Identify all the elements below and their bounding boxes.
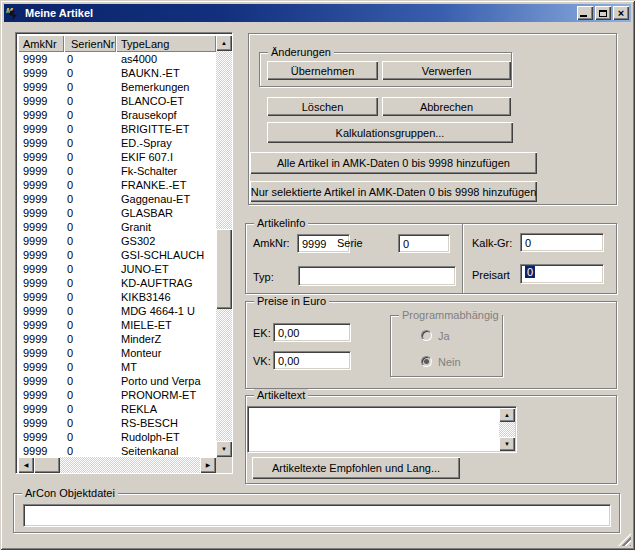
kalkgr-label: Kalk-Gr: [472,237,512,249]
table-cell: JUNO-ET [116,262,216,276]
window-title: Meine Artikel [25,7,577,19]
table-row[interactable]: 99990Porto und Verpa [18,374,216,388]
selected-text: 0 [525,266,535,278]
scroll-right-button[interactable]: ▶ [200,457,216,473]
scrollbar-thumb[interactable] [34,457,60,473]
ek-label: EK: [253,327,271,339]
table-cell: BRIGITTE-ET [116,122,216,136]
list-vertical-scrollbar[interactable]: ▲ ▼ [216,35,232,457]
arcon-objektdatei-field[interactable] [23,504,611,527]
minimize-button[interactable] [577,6,593,20]
table-cell: Porto und Verpa [116,374,216,388]
scroll-down-button[interactable]: ▼ [499,437,515,451]
table-row[interactable]: 99990Gaggenau-ET [18,192,216,206]
scrollbar-thumb[interactable] [216,229,232,309]
typ-field[interactable] [298,266,456,286]
table-cell: 0 [64,52,116,66]
column-header-amknr[interactable]: AmkNr [18,35,64,52]
loeschen-button[interactable]: Löschen [267,97,378,116]
table-cell: as4000 [116,52,216,66]
app-icon[interactable]: M [6,6,21,21]
table-row[interactable]: 99990Fk-Schalter [18,164,216,178]
table-cell: Rudolph-ET [116,430,216,444]
table-cell: 0 [64,220,116,234]
article-listview[interactable]: AmkNr SerienNr TypeLang 99990as400099990… [15,32,233,474]
table-row[interactable]: 99990JUNO-ET [18,262,216,276]
table-cell: 0 [64,402,116,416]
minimize-icon [580,15,587,17]
table-row[interactable]: 99990MDG 4664-1 U [18,304,216,318]
table-row[interactable]: 99990as4000 [18,52,216,66]
table-row[interactable]: 99990RS-BESCH [18,416,216,430]
textbox-vertical-scrollbar[interactable]: ▲ ▼ [499,408,515,451]
table-row[interactable]: 99990MT [18,360,216,374]
scroll-up-button[interactable]: ▲ [499,408,515,422]
uebernehmen-button[interactable]: Übernehmen [267,61,378,80]
kalkgr-field[interactable] [520,233,604,252]
table-row[interactable]: 99990MIELE-ET [18,318,216,332]
table-row[interactable]: 99990Granit [18,220,216,234]
table-cell: 9999 [18,178,64,192]
table-row[interactable]: 99990Bemerkungen [18,80,216,94]
vk-label: VK: [253,355,271,367]
titlebar[interactable]: M Meine Artikel × [4,4,631,22]
table-row[interactable]: 99990FRANKE.-ET [18,178,216,192]
table-cell: FRANKE.-ET [116,178,216,192]
table-row[interactable]: 99990EKIF 607.I [18,150,216,164]
vk-field[interactable] [273,351,351,370]
preisart-label: Preisart [472,269,510,281]
table-cell: 0 [64,416,116,430]
artikeltext-textbox[interactable]: ▲ ▼ [247,406,517,453]
table-row[interactable]: 99990Rudolph-ET [18,430,216,444]
close-button[interactable]: × [613,6,629,20]
preisart-field[interactable]: 0 [520,264,604,284]
table-row[interactable]: 99990BRIGITTE-ET [18,122,216,136]
table-cell: MinderZ [116,332,216,346]
serie-field[interactable] [398,234,450,253]
table-cell: MT [116,360,216,374]
scroll-left-button[interactable]: ◀ [18,457,34,473]
table-cell: 0 [64,164,116,178]
table-row[interactable]: 99990Seitenkanal [18,444,216,457]
verwerfen-button[interactable]: Verwerfen [382,61,511,80]
table-cell: 9999 [18,430,64,444]
table-row[interactable]: 99990MinderZ [18,332,216,346]
table-row[interactable]: 99990Monteur [18,346,216,360]
table-row[interactable]: 99990PRONORM-ET [18,388,216,402]
list-horizontal-scrollbar[interactable]: ◀ ▶ [18,457,216,473]
radio-nein [421,356,432,367]
table-row[interactable]: 99990KIKB3146 [18,290,216,304]
abbrechen-button[interactable]: Abbrechen [382,97,511,116]
table-row[interactable]: 99990BLANCO-ET [18,94,216,108]
table-cell: 9999 [18,108,64,122]
table-row[interactable]: 99990BAUKN.-ET [18,66,216,80]
table-row[interactable]: 99990KD-AUFTRAG [18,276,216,290]
scroll-down-icon: ▼ [221,446,227,452]
table-row[interactable]: 99990GSI-SCHLAUCH [18,248,216,262]
scroll-up-button[interactable]: ▲ [216,35,232,51]
table-row[interactable]: 99990GLASBAR [18,206,216,220]
table-cell: 0 [64,178,116,192]
table-cell: GS302 [116,234,216,248]
artikeltext-input[interactable] [250,409,498,450]
table-row[interactable]: 99990GS302 [18,234,216,248]
table-row[interactable]: 99990REKLA [18,402,216,416]
table-cell: 9999 [18,136,64,150]
table-row[interactable]: 99990Brausekopf [18,108,216,122]
list-rows: 99990as400099990BAUKN.-ET99990Bemerkunge… [18,52,216,457]
scroll-down-button[interactable]: ▼ [216,441,232,457]
artikeltexte-empfohlen-button[interactable]: Artikeltexte Empfohlen und Lang... [252,457,460,479]
resize-grip-icon[interactable] [618,533,631,546]
column-header-typelang[interactable]: TypeLang [116,35,216,52]
table-cell: 0 [64,276,116,290]
alle-artikel-hinzufuegen-button[interactable]: Alle Artikel in AMK-Daten 0 bis 9998 hin… [250,152,537,174]
table-row[interactable]: 99990ED.-Spray [18,136,216,150]
column-header-seriennr[interactable]: SerienNr [64,35,116,52]
table-cell: 0 [64,94,116,108]
maximize-button[interactable] [595,6,611,20]
ek-field[interactable] [273,323,351,342]
scrollbar-corner [216,457,232,473]
maximize-icon [599,10,607,17]
kalkulationsgruppen-button[interactable]: Kalkulationsgruppen... [267,122,513,143]
nur-selektierte-hinzufuegen-button[interactable]: Nur selektierte Artikel in AMK-Daten 0 b… [250,181,537,202]
